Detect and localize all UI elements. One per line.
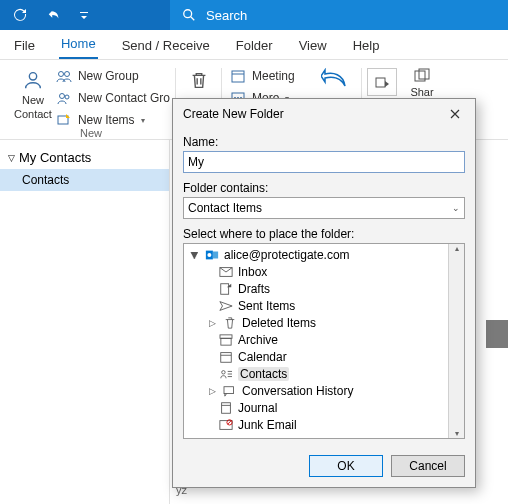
svg-rect-24 — [221, 352, 232, 362]
menu-tabs: File Home Send / Receive Folder View Hel… — [0, 30, 508, 60]
inbox-icon — [218, 265, 234, 279]
delete-button[interactable] — [175, 64, 223, 92]
quick-access-toolbar: Search — [0, 0, 508, 30]
contains-label: Folder contains: — [183, 181, 465, 195]
search-icon — [182, 8, 196, 22]
create-folder-dialog: Create New Folder Name: Folder contains:… — [172, 98, 476, 488]
place-label: Select where to place the folder: — [183, 227, 465, 241]
drafts-icon — [218, 282, 234, 296]
chevron-down-icon: ▾ — [141, 116, 145, 125]
scroll-thumb[interactable] — [486, 320, 508, 348]
sent-icon — [218, 299, 234, 313]
svg-point-5 — [59, 94, 64, 99]
close-icon — [450, 109, 460, 119]
svg-rect-23 — [221, 338, 231, 345]
tree-conversation[interactable]: ▷ Conversation History — [184, 382, 448, 399]
dialog-title: Create New Folder — [183, 107, 284, 121]
name-label: Name: — [183, 135, 465, 149]
tree-calendar[interactable]: Calendar — [184, 348, 448, 365]
tab-folder[interactable]: Folder — [234, 32, 275, 59]
group-label-new: New — [6, 127, 176, 139]
undo-icon[interactable] — [46, 7, 62, 23]
meeting-button[interactable]: Meeting — [230, 66, 300, 86]
tab-send-receive[interactable]: Send / Receive — [120, 32, 212, 59]
reply-arrow-icon — [321, 68, 349, 92]
svg-point-26 — [222, 370, 225, 373]
person-icon — [21, 68, 45, 92]
folder-tree[interactable]: ⯆ alice@protectigate.com Inbox Drafts Se… — [184, 244, 448, 438]
new-group-button[interactable]: New Group — [56, 66, 170, 86]
svg-rect-8 — [232, 71, 244, 82]
chevron-down-icon: ▽ — [8, 153, 15, 163]
tree-inbox[interactable]: Inbox — [184, 263, 448, 280]
tree-archive[interactable]: Archive — [184, 331, 448, 348]
contact-group-icon — [56, 90, 72, 106]
svg-point-2 — [29, 73, 36, 80]
tab-help[interactable]: Help — [351, 32, 382, 59]
tree-journal[interactable]: Journal — [184, 399, 448, 416]
tree-scrollbar[interactable] — [448, 244, 464, 438]
calendar-icon — [230, 68, 246, 84]
chevron-down-icon: ⌄ — [452, 203, 460, 213]
svg-rect-22 — [220, 334, 232, 337]
share-icon — [414, 68, 430, 84]
new-items-icon — [56, 112, 72, 128]
refresh-icon[interactable] — [12, 7, 28, 23]
junk-icon — [218, 418, 234, 432]
reply-arrow-button[interactable] — [311, 64, 359, 92]
svg-rect-21 — [221, 283, 229, 294]
new-contact-group-button[interactable]: New Contact Gro — [56, 88, 170, 108]
close-button[interactable] — [443, 102, 467, 126]
tree-root[interactable]: ⯆ alice@protectigate.com — [184, 246, 448, 263]
contacts-icon — [218, 367, 234, 381]
tree-deleted[interactable]: ▷ Deleted Items — [184, 314, 448, 331]
archive-icon — [218, 333, 234, 347]
tree-contacts[interactable]: Contacts — [184, 365, 448, 382]
contains-select[interactable]: Contact Items ⌄ — [183, 197, 465, 219]
svg-point-4 — [64, 72, 69, 77]
move-icon — [374, 74, 390, 90]
journal-icon — [218, 401, 234, 415]
svg-point-6 — [65, 95, 69, 99]
svg-rect-14 — [376, 78, 385, 87]
svg-line-35 — [228, 420, 232, 424]
nav-contacts[interactable]: Contacts — [0, 169, 169, 191]
calendar-icon — [218, 350, 234, 364]
qat-left — [0, 0, 170, 30]
svg-point-3 — [58, 72, 63, 77]
svg-rect-18 — [213, 251, 218, 258]
conversation-icon — [222, 384, 238, 398]
svg-line-1 — [191, 17, 195, 21]
expand-icon[interactable]: ▷ — [206, 386, 218, 396]
tab-file[interactable]: File — [12, 32, 37, 59]
nav-heading[interactable]: ▽ My Contacts — [0, 146, 169, 169]
qat-dropdown-icon[interactable] — [80, 7, 88, 23]
folder-nav: ▽ My Contacts Contacts — [0, 140, 170, 504]
svg-rect-31 — [222, 402, 231, 413]
search-placeholder: Search — [206, 8, 247, 23]
cancel-button[interactable]: Cancel — [391, 455, 465, 477]
svg-point-19 — [207, 252, 211, 256]
collapse-icon[interactable]: ⯆ — [188, 250, 200, 260]
name-input[interactable] — [183, 151, 465, 173]
trash-icon — [222, 316, 238, 330]
outlook-icon — [204, 248, 220, 262]
tab-home[interactable]: Home — [59, 30, 98, 59]
search-box[interactable]: Search — [170, 0, 508, 30]
group-icon — [56, 68, 72, 84]
svg-rect-30 — [224, 386, 233, 393]
ok-button[interactable]: OK — [309, 455, 383, 477]
trash-icon — [188, 68, 210, 92]
tree-sent[interactable]: Sent Items — [184, 297, 448, 314]
tree-drafts[interactable]: Drafts — [184, 280, 448, 297]
tree-junk[interactable]: Junk Email — [184, 416, 448, 433]
svg-point-0 — [184, 10, 192, 18]
tab-view[interactable]: View — [297, 32, 329, 59]
move-button[interactable] — [367, 68, 397, 96]
expand-icon[interactable]: ▷ — [206, 318, 218, 328]
